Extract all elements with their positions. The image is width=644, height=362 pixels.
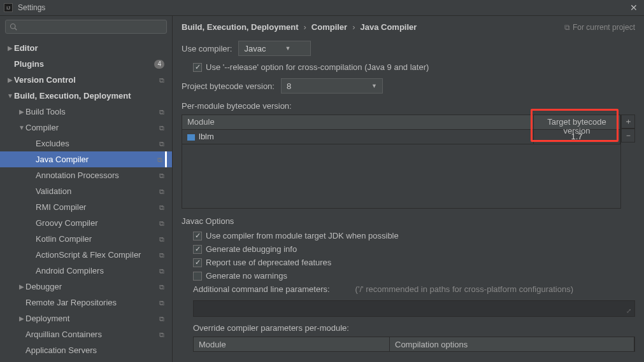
- chevron-down-icon: ▼: [371, 83, 377, 89]
- tree-item[interactable]: ▶Editor: [0, 40, 172, 56]
- tree-item-label: Groovy Compiler: [36, 218, 159, 228]
- use-compiler-dropdown[interactable]: Javac ▼: [238, 41, 311, 56]
- tree-item-label: Excludes: [36, 139, 159, 148]
- cmdline-note: ('/' recommended in paths for cross-plat…: [355, 284, 573, 294]
- for-current-project: ⧉ For current project: [564, 23, 635, 32]
- chevron-down-icon: ▼: [285, 45, 290, 52]
- cmdline-params-input[interactable]: [193, 300, 635, 317]
- breadcrumb-sep: ›: [352, 22, 355, 32]
- tree-item-label: Compiler: [25, 123, 159, 132]
- project-bytecode-label: Project bytecode version:: [182, 81, 275, 91]
- tree-item-label: Remote Jar Repositories: [25, 298, 159, 307]
- add-row-button[interactable]: ＋: [621, 115, 635, 129]
- tree-item[interactable]: ▼Build, Execution, Deployment: [0, 88, 172, 104]
- tree-arrow-icon: ▶: [6, 76, 14, 83]
- col-module-header[interactable]: Module: [182, 115, 534, 129]
- close-button[interactable]: ✕: [627, 3, 640, 13]
- col-module-header[interactable]: Module: [194, 337, 390, 351]
- settings-tree: ▶EditorPlugins4▶Version Control⧉▼Build, …: [0, 38, 172, 362]
- tree-item-label: Kotlin Compiler: [36, 234, 159, 244]
- tree-item[interactable]: Remote Jar Repositories⧉: [0, 295, 172, 310]
- copy-icon: ⧉: [159, 219, 167, 227]
- tree-item[interactable]: Plugins4: [0, 56, 172, 72]
- tree-item-label: Application Servers: [25, 345, 167, 355]
- tree-item[interactable]: RMI Compiler⧉: [0, 199, 172, 215]
- breadcrumb: Build, Execution, Deployment › Compiler …: [182, 22, 635, 32]
- use-compiler-label: Use compiler:: [182, 44, 232, 53]
- tree-item-label: ActionScript & Flex Compiler: [36, 250, 159, 260]
- module-cell: lblm: [182, 130, 534, 144]
- tree-arrow-icon: ▼: [6, 92, 14, 99]
- tree-item[interactable]: ▶Build Tools⧉: [0, 104, 172, 120]
- checkbox-icon: [193, 258, 202, 267]
- search-input[interactable]: [5, 20, 167, 34]
- copy-icon: ⧉: [159, 331, 167, 338]
- tree-item[interactable]: ▶Deployment⧉: [0, 310, 172, 326]
- use-module-jdk-checkbox[interactable]: Use compiler from module target JDK when…: [193, 231, 635, 240]
- tree-item[interactable]: Excludes⧉: [0, 136, 172, 151]
- report-deprecated-checkbox[interactable]: Report use of deprecated features: [193, 258, 635, 267]
- breadcrumb-item[interactable]: Build, Execution, Deployment: [182, 22, 298, 32]
- override-label: Override compiler parameters per-module:: [193, 323, 635, 333]
- window-title: Settings: [18, 3, 627, 12]
- tree-item-label: Build Tools: [25, 107, 159, 116]
- tree-item-label: Android Compilers: [36, 266, 159, 275]
- tree-item-label: Version Control: [14, 75, 159, 85]
- tree-item[interactable]: ActionScript & Flex Compiler⧉: [0, 247, 172, 263]
- copy-icon: ⧉: [159, 204, 167, 211]
- tree-item[interactable]: ▼Compiler⧉: [0, 120, 172, 136]
- tree-item[interactable]: Android Compilers⧉: [0, 263, 172, 279]
- copy-icon: ⧉: [159, 76, 167, 84]
- tree-item-label: RMI Compiler: [36, 202, 159, 212]
- copy-icon: ⧉: [157, 156, 165, 164]
- tree-item[interactable]: Arquillian Containers⧉: [0, 326, 172, 342]
- tree-item-label: Deployment: [25, 314, 159, 323]
- project-bytecode-dropdown[interactable]: 8 ▼: [281, 78, 383, 94]
- tree-item[interactable]: Java Compiler⧉: [0, 151, 172, 167]
- copy-icon: ⧉: [159, 140, 167, 148]
- tree-item[interactable]: ▶Debugger⧉: [0, 279, 172, 295]
- tree-item-label: Annotation Processors: [36, 171, 159, 180]
- copy-icon: ⧉: [159, 172, 167, 179]
- tree-item[interactable]: Annotation Processors⧉: [0, 167, 172, 183]
- breadcrumb-item[interactable]: Compiler: [311, 22, 347, 32]
- tree-item[interactable]: Application Servers: [0, 342, 172, 358]
- breadcrumb-item: Java Compiler: [361, 22, 417, 32]
- checkbox-icon: [193, 63, 202, 72]
- tree-arrow-icon: ▶: [6, 45, 14, 52]
- copy-icon: ⧉: [159, 251, 167, 259]
- svg-point-0: [11, 24, 16, 29]
- breadcrumb-sep: ›: [303, 22, 306, 32]
- tree-item[interactable]: ▶Version Control⧉: [0, 72, 172, 88]
- sidebar: ▶EditorPlugins4▶Version Control⧉▼Build, …: [0, 16, 173, 362]
- generate-debug-checkbox[interactable]: Generate debugging info: [193, 244, 635, 254]
- main-panel: Build, Execution, Deployment › Compiler …: [173, 16, 644, 362]
- override-table: Module Compilation options: [193, 337, 635, 352]
- remove-row-button[interactable]: －: [621, 129, 635, 143]
- tree-item[interactable]: Validation⧉: [0, 183, 172, 199]
- tree-arrow-icon: ▶: [18, 283, 25, 290]
- generate-no-warnings-checkbox[interactable]: Generate no warnings: [193, 271, 635, 281]
- use-release-option-checkbox[interactable]: Use '--release' option for cross-compila…: [193, 62, 429, 72]
- tree-item-label: Build, Execution, Deployment: [14, 91, 167, 101]
- copy-icon: ⧉: [159, 315, 167, 323]
- search-icon: [10, 23, 17, 31]
- tree-arrow-icon: ▼: [18, 124, 25, 131]
- checkbox-icon: [193, 272, 202, 281]
- expand-icon[interactable]: ⤢: [626, 307, 631, 314]
- tree-item[interactable]: Groovy Compiler⧉: [0, 215, 172, 231]
- tree-item-label: Arquillian Containers: [25, 330, 159, 339]
- tree-item-label: Validation: [36, 186, 159, 196]
- copy-icon: ⧉: [159, 283, 167, 291]
- copy-icon: ⧉: [159, 235, 167, 243]
- selection-accent: [165, 151, 167, 167]
- tree-arrow-icon: ▶: [18, 108, 25, 115]
- copy-icon: ⧉: [159, 267, 167, 275]
- tree-arrow-icon: ▶: [18, 315, 25, 322]
- javac-options-title: Javac Options: [182, 216, 635, 226]
- tree-item[interactable]: Kotlin Compiler⧉: [0, 231, 172, 247]
- tree-item-label: Debugger: [25, 282, 159, 291]
- app-icon: IJ: [4, 3, 13, 12]
- col-options-header[interactable]: Compilation options: [390, 337, 634, 351]
- svg-line-1: [15, 28, 17, 30]
